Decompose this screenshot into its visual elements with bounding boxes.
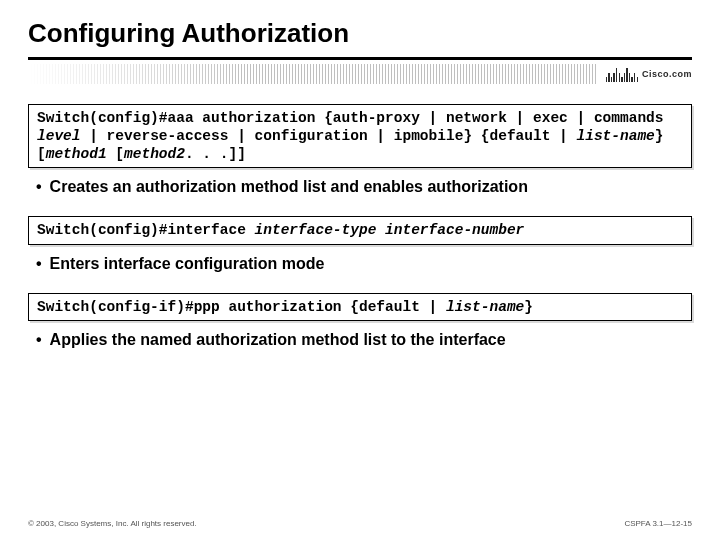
brand-row: Cisco.com [28, 62, 692, 86]
bullet-dot-icon: • [36, 255, 42, 273]
bullet-dot-icon: • [36, 331, 42, 349]
bullet-text: Applies the named authorization method l… [50, 331, 506, 349]
code-box-interface: Switch(config)#interface interface-type … [28, 216, 692, 244]
bullet-item: • Creates an authorization method list a… [28, 178, 692, 196]
bullet-item: • Enters interface configuration mode [28, 255, 692, 273]
code-box-ppp-authorization: Switch(config-if)#ppp authorization {def… [28, 293, 692, 321]
code-text: } [524, 299, 533, 315]
bullet-text: Enters interface configuration mode [50, 255, 325, 273]
code-text: Switch(config)#interface [37, 222, 255, 238]
code-box-aaa-authorization: Switch(config)#aaa authorization {auth-p… [28, 104, 692, 168]
cisco-logo: Cisco.com [600, 66, 692, 82]
cisco-bars-icon [606, 66, 638, 82]
code-italic: level [37, 128, 81, 144]
page-title: Configuring Authorization [28, 18, 692, 49]
code-italic: list-name [446, 299, 524, 315]
bullet-item: • Applies the named authorization method… [28, 331, 692, 349]
code-italic: method2 [124, 146, 185, 162]
code-text: Switch(config-if)#ppp authorization {def… [37, 299, 446, 315]
code-text: Switch(config)#aaa authorization {auth-p… [37, 110, 664, 126]
copyright-text: © 2003, Cisco Systems, Inc. All rights r… [28, 519, 197, 528]
slide: Configuring Authorization Cisco.com Swit… [0, 0, 720, 540]
code-text: | reverse-access | configuration | ipmob… [81, 128, 577, 144]
slide-number: CSPFA 3.1—12-15 [624, 519, 692, 528]
decorative-stripes [28, 64, 597, 84]
code-italic: list-name [577, 128, 655, 144]
brand-text: Cisco.com [642, 69, 692, 79]
code-italic: interface-type interface-number [255, 222, 525, 238]
code-text: . . .]] [185, 146, 246, 162]
footer: © 2003, Cisco Systems, Inc. All rights r… [28, 519, 692, 528]
code-text: [ [107, 146, 124, 162]
bullet-text: Creates an authorization method list and… [50, 178, 528, 196]
title-underline [28, 57, 692, 60]
code-italic: method1 [46, 146, 107, 162]
bullet-dot-icon: • [36, 178, 42, 196]
